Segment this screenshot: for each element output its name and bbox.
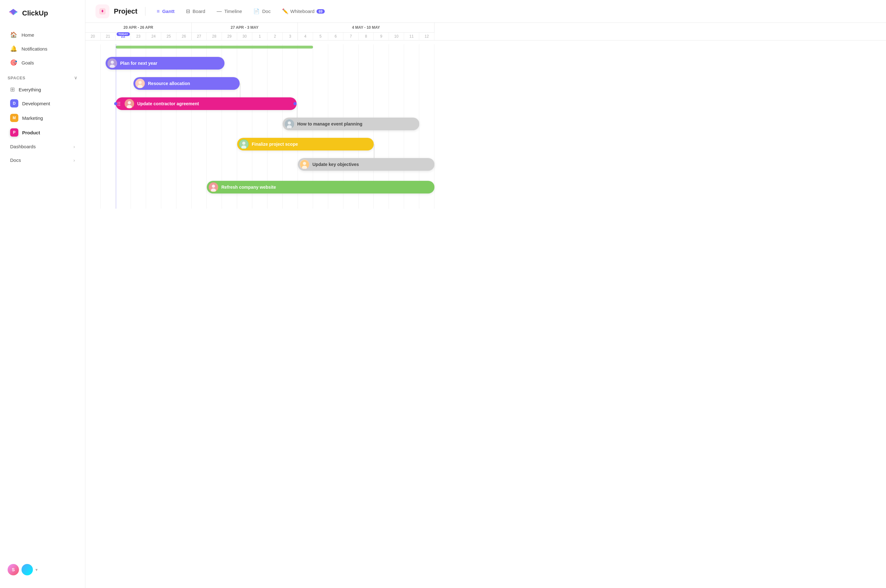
board-icon: ⊟ <box>186 8 190 14</box>
sidebar-item-dashboards[interactable]: Dashboards › <box>3 140 83 153</box>
everything-label: Everything <box>19 87 41 92</box>
day-25: 25 <box>161 33 176 40</box>
task-label-plan-next-year: Plan for next year <box>120 61 158 66</box>
avatar-event-planning <box>285 119 294 129</box>
task-bar-event-planning[interactable]: How to manage event planning <box>283 118 419 130</box>
week-1-days: 20 21 TODAY 22 23 24 25 26 <box>86 33 192 40</box>
day-9: 9 <box>374 33 389 40</box>
task-bar-plan-next-year[interactable]: Plan for next year <box>106 57 225 69</box>
sidebar-item-notifications[interactable]: 🔔 Notifications <box>3 42 83 56</box>
chevron-down-icon[interactable]: ∨ <box>74 75 78 80</box>
whiteboard-icon: ✏️ <box>282 8 288 14</box>
avatar-resource-allocation <box>135 79 145 88</box>
task-bar-finalize[interactable]: Finalize project scope <box>237 138 374 150</box>
topbar: Project ≡ Gantt ⊟ Board — Timeline 📄 Doc… <box>86 0 886 23</box>
task-row-event-planning: How to manage event planning <box>86 114 886 134</box>
task-label-event-planning: How to manage event planning <box>297 122 362 126</box>
goals-icon: 🎯 <box>10 59 17 66</box>
avatar-dropdown-icon[interactable]: ▾ <box>35 567 38 572</box>
day-10: 10 <box>389 33 404 40</box>
divider <box>145 7 146 16</box>
timeline-icon: — <box>216 9 222 14</box>
week-1-label: 20 APR - 26 APR <box>86 23 192 33</box>
day-20: 20 <box>86 33 101 40</box>
tab-doc[interactable]: 📄 Doc <box>248 6 276 17</box>
task-bar-website[interactable]: Refresh company website <box>207 181 434 194</box>
week-1-header: 20 APR - 26 APR 20 21 TODAY 22 23 24 25 … <box>86 23 192 40</box>
day-28: 28 <box>207 33 222 40</box>
gantt-body: Plan for next year Resource allocation <box>86 44 886 208</box>
sidebar-item-docs[interactable]: Docs › <box>3 154 83 166</box>
avatar-plan-next-year <box>108 58 117 68</box>
task-label-website: Refresh company website <box>221 184 276 190</box>
day-24: 24 <box>146 33 161 40</box>
day-6: 6 <box>328 33 343 40</box>
task-label-finalize: Finalize project scope <box>252 142 298 147</box>
everything-icon: ⊞ <box>10 86 15 93</box>
drag-handle-contractor <box>118 102 120 106</box>
day-29: 29 <box>222 33 237 40</box>
day-8: 8 <box>359 33 374 40</box>
home-label: Home <box>21 32 34 38</box>
bell-icon: 🔔 <box>10 45 17 52</box>
day-11: 11 <box>404 33 419 40</box>
task-label-resource-allocation: Resource allocation <box>148 81 190 86</box>
week-2-days: 27 28 29 30 1 2 3 <box>192 33 298 40</box>
chevron-right-icon: › <box>74 144 75 149</box>
app-name: ClickUp <box>22 9 48 17</box>
gantt-area: 20 APR - 26 APR 20 21 TODAY 22 23 24 25 … <box>86 23 886 588</box>
tab-nav: ≡ Gantt ⊟ Board — Timeline 📄 Doc ✏️ Whit… <box>152 6 330 17</box>
project-title: Project <box>114 7 138 15</box>
chevron-right-icon: › <box>74 158 75 163</box>
sidebar-item-everything[interactable]: ⊞ Everything <box>3 83 83 96</box>
day-21: 21 <box>101 33 116 40</box>
home-icon: 🏠 <box>10 31 17 38</box>
user-avatar-s[interactable]: S <box>8 564 19 575</box>
day-1: 1 <box>252 33 267 40</box>
task-label-key-objectives: Update key objectives <box>312 162 359 167</box>
week-3-days: 4 5 6 7 8 9 10 11 12 <box>298 33 434 40</box>
sidebar-item-marketing[interactable]: M Marketing <box>3 111 83 125</box>
doc-icon: 📄 <box>253 8 260 14</box>
sidebar-item-development[interactable]: D Development <box>3 96 83 110</box>
day-4: 4 <box>298 33 313 40</box>
task-bar-key-objectives[interactable]: Update key objectives <box>298 158 434 171</box>
product-badge: P <box>10 128 18 136</box>
avatar-finalize <box>239 140 249 149</box>
day-30: 30 <box>237 33 252 40</box>
day-12: 12 <box>419 33 434 40</box>
gantt-header: 20 APR - 26 APR 20 21 TODAY 22 23 24 25 … <box>86 23 886 40</box>
user-avatar-2[interactable] <box>21 564 33 575</box>
gantt-scroll[interactable]: 20 APR - 26 APR 20 21 TODAY 22 23 24 25 … <box>86 23 886 208</box>
tab-timeline[interactable]: — Timeline <box>212 6 247 17</box>
goals-label: Goals <box>21 60 34 66</box>
svg-point-4 <box>102 10 104 12</box>
svg-point-6 <box>111 61 114 64</box>
left-handle-contractor[interactable] <box>114 102 117 105</box>
task-row-resource-allocation: Resource allocation <box>86 74 886 94</box>
svg-point-18 <box>242 142 245 145</box>
sidebar-item-home[interactable]: 🏠 Home <box>3 28 83 41</box>
tab-whiteboard[interactable]: ✏️ Whiteboard 69 <box>277 6 330 17</box>
right-handle-contractor[interactable] <box>293 102 297 105</box>
day-7: 7 <box>343 33 359 40</box>
week-2-label: 27 APR - 3 MAY <box>192 23 298 33</box>
sidebar-item-goals[interactable]: 🎯 Goals <box>3 56 83 69</box>
task-row-contractor: Update contractor agreement <box>86 94 886 114</box>
tab-board[interactable]: ⊟ Board <box>181 6 210 17</box>
tab-gantt[interactable]: ≡ Gantt <box>152 6 180 17</box>
task-row-finalize: Finalize project scope <box>86 134 886 154</box>
week-2-header: 27 APR - 3 MAY 27 28 29 30 1 2 3 <box>192 23 298 40</box>
week-3-label: 4 MAY - 10 MAY <box>298 23 434 33</box>
svg-point-21 <box>303 162 306 165</box>
notifications-label: Notifications <box>21 46 47 51</box>
task-bar-contractor[interactable]: Update contractor agreement <box>116 98 297 110</box>
task-bar-resource-allocation[interactable]: Resource allocation <box>134 77 240 90</box>
today-badge: TODAY <box>116 32 130 36</box>
day-5: 5 <box>313 33 328 40</box>
task-label-contractor: Update contractor agreement <box>137 101 199 106</box>
avatar-key-objectives <box>300 160 309 169</box>
sidebar: ClickUp 🏠 Home 🔔 Notifications 🎯 Goals S… <box>0 0 86 588</box>
development-label: Development <box>22 101 50 106</box>
sidebar-item-product[interactable]: P Product <box>3 126 83 140</box>
